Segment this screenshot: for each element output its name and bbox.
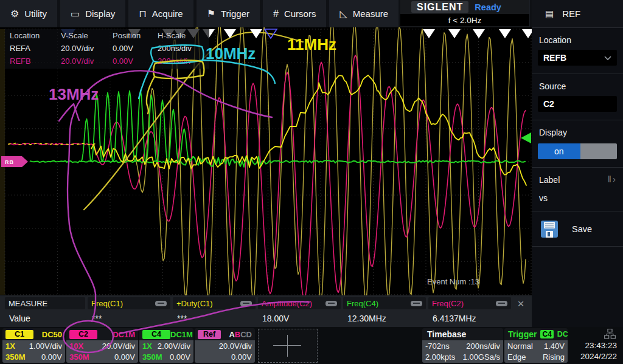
location-label: Location [532, 28, 623, 50]
menu-item-measure[interactable]: ◺Measure [329, 0, 399, 27]
network-icon [604, 329, 616, 339]
measure-item-label: Freq(C2) [432, 299, 464, 308]
waveform-display[interactable]: RBEvent Num :13 LocationV-ScalePositionH… [0, 27, 532, 295]
minus-glyph [413, 303, 420, 304]
remove-measure-icon[interactable] [325, 301, 337, 306]
ref-channel-box[interactable]: RefABCD20.0V/div0.00V [195, 328, 255, 363]
ref-row: 0.00V [198, 352, 252, 362]
channel-row: 1X1.00V/div [5, 342, 62, 351]
save-button[interactable]: Save [532, 211, 623, 238]
channel-scale: 1.00V/div [29, 342, 62, 351]
channel-badge: C4 [142, 330, 170, 339]
display-toggle[interactable]: on [538, 143, 617, 159]
floppy-disk-icon [540, 220, 559, 238]
minus-glyph [158, 303, 164, 304]
trigger-title: Trigger [508, 329, 537, 339]
ref-table-cell: REFA [10, 44, 61, 53]
channel-box-c2[interactable]: C2DC1M10X20.0V/div350M0.00V [66, 328, 138, 363]
trigger-slope: Rising [543, 352, 565, 362]
ref-table-cell: 200ns/div [158, 57, 206, 66]
menu-item-label: Acquire [152, 9, 183, 19]
remove-measure-icon[interactable] [496, 301, 507, 306]
event-marker [473, 29, 485, 38]
channel-badge: C1 [5, 330, 33, 339]
ref-panel-title: REF [562, 9, 580, 19]
menu-item-acquire[interactable]: ⊓Acquire [128, 0, 193, 27]
display-toggle-off[interactable] [580, 143, 617, 159]
cursors-icon: # [273, 9, 279, 19]
measure-item-amplitudec2[interactable]: Amplitude(C2) [258, 297, 341, 309]
trigger-source-badge: C4 [540, 330, 553, 338]
menu-item-utility[interactable]: ⚙Utility [0, 0, 57, 27]
display-icon: ▭ [71, 9, 80, 19]
add-channel-box[interactable] [258, 329, 318, 363]
ref-offset: 0.00V [231, 352, 252, 362]
timebase-scale: 200ns/div [466, 342, 500, 351]
trigger-level: 1.40V [544, 342, 565, 351]
display-toggle-on[interactable]: on [538, 143, 580, 159]
menu-item-cursors[interactable]: #Cursors [263, 0, 326, 27]
label-expand-icon[interactable]: ‖› [608, 174, 617, 184]
ref-slot-a: A [229, 330, 234, 339]
measure-item-dutyc1[interactable]: +Duty(C1) [173, 297, 256, 309]
measure-item-freqc4[interactable]: Freq(C4) [343, 297, 426, 309]
clock-block: 23:43:23 2024/2/22 [566, 328, 619, 363]
timebase-title: Timebase [422, 328, 503, 340]
channel-bandwidth: 350M [5, 352, 26, 362]
chevron-down-icon [604, 56, 611, 60]
location-dropdown[interactable]: REFB [538, 50, 617, 66]
minus-glyph [328, 303, 335, 304]
status-bar: Timebase -702ns200ns/div 2.00kpts1.00GSa… [0, 327, 623, 364]
measure-item-label: Freq(C1) [91, 299, 123, 308]
ref-slot-b: B [235, 330, 240, 339]
measure-value-row-label: Value [5, 311, 85, 326]
ref-table-cell: 20.0V/div [61, 44, 113, 53]
menu-item-label: Measure [353, 9, 388, 19]
channel-row: 350M0.00V [69, 352, 135, 362]
measure-value: *** [88, 311, 170, 326]
remove-measure-icon[interactable] [155, 301, 167, 306]
channel-box-c4[interactable]: C4DC1M1X2.00V/div350M0.00V [139, 328, 193, 363]
ref-slot-d: D [246, 330, 252, 339]
channel-row: 1X2.00V/div [142, 342, 190, 351]
ref-badge: Ref [198, 330, 221, 339]
channel-header: C4DC1M [139, 328, 193, 340]
refb-marker-label: RB [5, 159, 14, 165]
channel-row: 350M0.00V [142, 352, 190, 362]
ref-row: 20.0V/div [198, 342, 252, 351]
menu-item-display[interactable]: ▭Display [60, 0, 125, 27]
trigger-level-marker [521, 132, 531, 143]
measure-item-label: +Duty(C1) [176, 299, 213, 308]
minus-glyph [498, 303, 505, 304]
channel-values: 1X2.00V/div350M0.00V [139, 340, 193, 363]
timebase-box[interactable]: Timebase -702ns200ns/div 2.00kpts1.00GSa… [422, 328, 503, 363]
channel-header: C1DC50 [2, 328, 65, 340]
trigger-box[interactable]: Trigger C4 DC Normal1.40V EdgeRising [504, 328, 568, 363]
plus-icon [287, 335, 288, 357]
measure-item-freqc1[interactable]: Freq(C1) [88, 297, 170, 309]
channel-atten: 10X [69, 342, 83, 351]
source-select[interactable]: C2 [538, 96, 617, 112]
remove-measure-icon[interactable] [240, 301, 252, 306]
menu-item-label: Trigger [221, 9, 249, 19]
close-measure-icon[interactable]: × [513, 298, 529, 309]
channel-scale: 2.00V/div [158, 342, 190, 351]
measure-item-freqc2[interactable]: Freq(C2) [428, 297, 511, 309]
channel-box-c1[interactable]: C1DC501X1.00V/div350M0.00V [2, 328, 65, 363]
label-value[interactable]: vs [532, 190, 623, 203]
menu-item-trigger[interactable]: ⚑Trigger [197, 0, 260, 27]
trigger-flag-icon: ⚑ [207, 9, 215, 19]
channel-coupling: DC1M [170, 330, 193, 339]
measure-item-label: Amplitude(C2) [262, 299, 312, 308]
measure-value: 18.00V [258, 311, 341, 326]
ref-table-header: Position [113, 31, 158, 40]
channel-row: 10X20.0V/div [69, 342, 135, 351]
sample-rate: 1.00GSa/s [463, 352, 500, 362]
channel-atten: 1X [142, 342, 152, 351]
siglent-logo: SIGLENT [411, 1, 468, 13]
ref-table-header: H-Scale [158, 31, 206, 40]
channel-scale: 20.0V/div [102, 342, 135, 351]
channel-bandwidth: 350M [142, 352, 162, 362]
remove-measure-icon[interactable] [411, 301, 422, 306]
trigger-mode: Normal [507, 342, 533, 351]
